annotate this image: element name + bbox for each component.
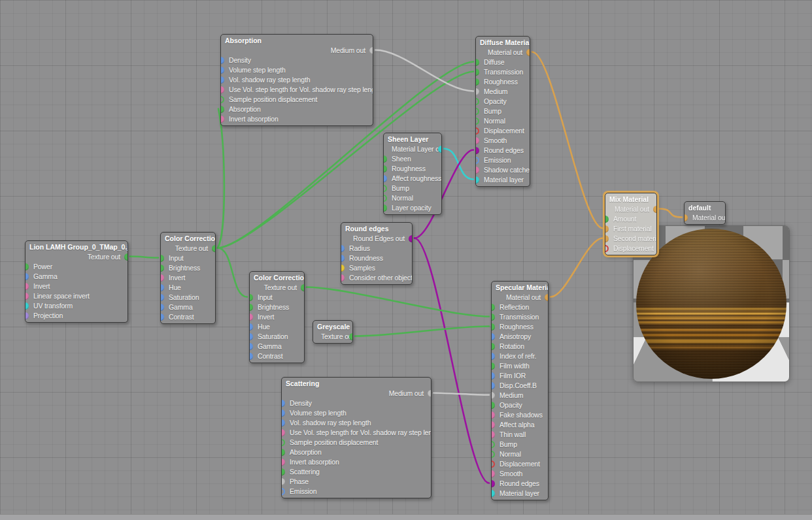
smooth-input-pin[interactable] <box>492 470 495 478</box>
opacity-input-pin[interactable] <box>492 402 495 409</box>
roundness-input-pin[interactable] <box>341 255 345 262</box>
material-layer-input-pin[interactable] <box>492 490 495 497</box>
medium-out-output-pin[interactable] <box>369 47 373 54</box>
emission-input-pin[interactable] <box>282 488 285 495</box>
consider-other-objects-input-pin[interactable] <box>341 274 345 282</box>
first-material-input-pin[interactable] <box>605 225 609 233</box>
node-roundedges[interactable]: Round edgesRound Edges outRadiusRoundnes… <box>341 222 413 285</box>
texture-out-output-pin[interactable] <box>124 253 127 261</box>
node-greyscale[interactable]: GreyscaleTexture out <box>313 320 353 344</box>
texture-out-output-pin[interactable] <box>301 284 304 291</box>
second-material-input-pin[interactable] <box>605 235 609 242</box>
vol-shadow-ray-step-length-input-pin[interactable] <box>221 76 224 84</box>
material-out-output-pin[interactable] <box>526 49 530 56</box>
node-scattering[interactable]: ScatteringMedium outDensityVolume step l… <box>281 377 431 498</box>
texture-out-output-pin[interactable] <box>212 245 215 252</box>
reflection-input-pin[interactable] <box>492 304 495 311</box>
diffuse-input-pin[interactable] <box>476 59 479 66</box>
texture-out-output-pin[interactable] <box>349 333 352 340</box>
disp-coeff-b-input-pin[interactable] <box>492 382 495 389</box>
linear-space-invert-input-pin[interactable] <box>25 293 29 300</box>
brightness-input-pin[interactable] <box>250 304 253 311</box>
node-defaultnode[interactable]: defaultMaterial out <box>684 201 726 225</box>
horizontal-scrollbar[interactable] <box>0 514 812 520</box>
wire-specular-to-mix[interactable] <box>550 238 603 297</box>
film-ior-input-pin[interactable] <box>492 372 495 380</box>
displacement-input-pin[interactable] <box>476 127 479 135</box>
transmission-input-pin[interactable] <box>492 314 495 321</box>
displacement-input-pin[interactable] <box>492 461 495 468</box>
wire-greyscale-to-specular[interactable] <box>355 327 489 336</box>
scattering-input-pin[interactable] <box>282 468 285 476</box>
bump-input-pin[interactable] <box>492 441 495 448</box>
power-input-pin[interactable] <box>25 263 29 270</box>
input-input-pin[interactable] <box>250 294 253 301</box>
uv-transform-input-pin[interactable] <box>25 302 29 310</box>
input-input-pin[interactable] <box>161 255 164 262</box>
node-mix[interactable]: Mix MaterialMaterial outAmountFirst mate… <box>605 193 657 255</box>
hue-input-pin[interactable] <box>161 284 164 291</box>
shadow-catcher-input-pin[interactable] <box>476 167 479 174</box>
anisotropy-input-pin[interactable] <box>492 333 495 340</box>
bump-input-pin[interactable] <box>476 108 479 115</box>
node-specular[interactable]: Specular MaterialMaterial outReflectionT… <box>491 281 549 500</box>
layer-opacity-input-pin[interactable] <box>384 204 387 212</box>
volume-step-length-input-pin[interactable] <box>221 67 224 74</box>
material-layer-out-output-pin[interactable] <box>438 146 441 153</box>
affect-roughness-input-pin[interactable] <box>384 175 387 182</box>
density-input-pin[interactable] <box>221 57 224 64</box>
sheen-input-pin[interactable] <box>384 155 387 163</box>
invert-absorption-input-pin[interactable] <box>221 116 224 123</box>
wire-scattering-to-specular[interactable] <box>433 393 489 395</box>
film-width-input-pin[interactable] <box>492 363 495 370</box>
smooth-input-pin[interactable] <box>476 137 479 144</box>
wire-cc1-to-absorption[interactable] <box>218 109 224 248</box>
wire-diffuse-to-mix[interactable] <box>532 52 603 229</box>
medium-input-pin[interactable] <box>492 392 495 399</box>
absorption-input-pin[interactable] <box>282 449 285 456</box>
invert-input-pin[interactable] <box>161 274 164 282</box>
round-edges-out-output-pin[interactable] <box>409 235 412 242</box>
medium-input-pin[interactable] <box>476 88 479 95</box>
sample-position-displacement-input-pin[interactable] <box>221 96 224 103</box>
amount-input-pin[interactable] <box>605 216 609 223</box>
density-input-pin[interactable] <box>282 400 285 407</box>
normal-input-pin[interactable] <box>384 195 387 202</box>
roughness-input-pin[interactable] <box>492 323 495 331</box>
node-cc2[interactable]: Color CorrectionTexture outInputBrightne… <box>249 271 305 363</box>
node-sheen[interactable]: Sheen LayerMaterial Layer outSheenRoughn… <box>383 133 442 215</box>
fake-shadows-input-pin[interactable] <box>492 412 495 419</box>
normal-input-pin[interactable] <box>476 118 479 125</box>
material-layer-input-pin[interactable] <box>476 176 479 184</box>
rotation-input-pin[interactable] <box>492 343 495 350</box>
sample-position-displacement-input-pin[interactable] <box>282 439 285 446</box>
contrast-input-pin[interactable] <box>161 314 164 321</box>
brightness-input-pin[interactable] <box>161 265 164 272</box>
wire-lion-to-cc1[interactable] <box>130 257 158 258</box>
volume-step-length-input-pin[interactable] <box>282 410 285 417</box>
material-out-output-pin[interactable] <box>653 206 656 213</box>
absorption-input-pin[interactable] <box>221 106 224 113</box>
phase-input-pin[interactable] <box>282 478 285 485</box>
wire-absorption-to-diffuse[interactable] <box>375 50 473 91</box>
round-edges-input-pin[interactable] <box>492 480 495 487</box>
node-lion[interactable]: Lion LAMH Group_0_TMap_0.jpgTexture outP… <box>25 240 128 323</box>
affect-alpha-input-pin[interactable] <box>492 421 495 429</box>
radius-input-pin[interactable] <box>341 245 345 252</box>
saturation-input-pin[interactable] <box>250 333 253 340</box>
contrast-input-pin[interactable] <box>250 353 253 360</box>
invert-absorption-input-pin[interactable] <box>282 459 285 466</box>
wire-cc1-to-cc2[interactable] <box>218 248 247 297</box>
opacity-input-pin[interactable] <box>476 98 479 105</box>
hue-input-pin[interactable] <box>250 323 253 331</box>
invert-input-pin[interactable] <box>250 314 253 321</box>
roughness-input-pin[interactable] <box>476 78 479 86</box>
node-cc1[interactable]: Color CorrectionTexture outInputBrightne… <box>160 232 216 324</box>
medium-out-output-pin[interactable] <box>428 390 431 397</box>
gamma-input-pin[interactable] <box>250 343 253 350</box>
bump-input-pin[interactable] <box>384 185 387 192</box>
node-diffuse[interactable]: Diffuse MaterialMaterial outDiffuseTrans… <box>475 36 530 187</box>
projection-input-pin[interactable] <box>25 312 29 319</box>
use-vol-step-length-for-vol-shadow-ray-step-length-input-pin[interactable] <box>282 429 285 436</box>
node-graph-canvas[interactable]: AbsorptionMedium outDensityVolume step l… <box>0 0 812 520</box>
